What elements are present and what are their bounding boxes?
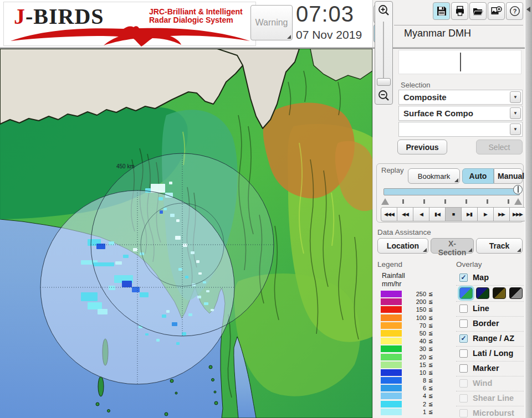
replay-slider-handle[interactable] [513, 185, 523, 194]
legend-value: 15 [403, 361, 426, 369]
manual-button[interactable]: Manual [494, 168, 523, 184]
rain-echo [178, 268, 182, 271]
next-frame-button[interactable]: ▶▮ [462, 207, 478, 221]
legend-unit-symbol: ≦ [428, 298, 433, 306]
range-start-marker[interactable] [381, 198, 389, 205]
legend-title-line2: mm/hr [382, 280, 401, 288]
overlay-item-lati-long[interactable]: Lati / Long [456, 347, 524, 362]
station-name: Myanmar DMH [404, 28, 471, 39]
logo-subtitle: JRC-Brilliant & Intelligent Radar Dialog… [149, 8, 243, 24]
legend-row: 40≦ [381, 337, 447, 345]
legend-unit-symbol: ≦ [428, 329, 433, 337]
location-button[interactable]: Location [377, 238, 428, 254]
checkbox[interactable] [459, 364, 468, 373]
product-dropdown-1-value: Composite [403, 92, 447, 102]
legend-value: 250 [403, 290, 426, 298]
legend-unit-symbol: ≦ [428, 345, 433, 353]
bookmark-button[interactable]: Bookmark [408, 168, 460, 184]
overlay-item-range-az[interactable]: ✓Range / AZ [456, 332, 524, 347]
slider-tick [487, 199, 488, 204]
slider-tick [423, 199, 425, 204]
overlay-item-map[interactable]: ✓Map [456, 271, 524, 286]
playback-controls: ◀◀◀◀◀◀▮◀■▶▮▶▶▶▶▶▶ [381, 207, 526, 221]
logo-title: J-BIRDS [14, 6, 104, 28]
checkbox[interactable]: ✓ [459, 273, 468, 282]
zoom-in-button[interactable] [376, 2, 392, 18]
auto-button[interactable]: Auto [462, 168, 494, 184]
zoom-out-button[interactable] [376, 87, 392, 104]
save-icon[interactable] [433, 2, 450, 20]
previous-button[interactable]: Previous [397, 140, 447, 154]
overlay-item-line[interactable]: Line [456, 302, 524, 317]
map-style-swatch-4[interactable] [509, 287, 523, 299]
product-dropdown-2[interactable]: Surface R Compo ▼ [398, 106, 523, 121]
rain-echo [211, 309, 214, 311]
fast-forward-button[interactable]: ▶▶ [494, 207, 510, 221]
rain-echo [93, 262, 114, 266]
legend-row: 250≦ [381, 290, 447, 298]
map-style-swatch-3[interactable] [493, 287, 506, 299]
rain-echo [166, 310, 170, 313]
overlay-label: Overlay [456, 260, 482, 269]
selection-input[interactable] [398, 50, 521, 74]
legend-unit-symbol: ≦ [428, 408, 433, 416]
legend-unit-symbol: ≦ [428, 400, 433, 408]
select-button[interactable]: Select [476, 140, 523, 154]
warning-button[interactable]: Warning [250, 5, 293, 40]
rain-echo [122, 281, 132, 287]
replay-group: Replay Bookmark Auto Manual ◀◀◀◀◀◀▮◀■▶▮▶… [376, 163, 524, 223]
open-folder-icon[interactable] [469, 2, 487, 20]
map-style-swatch-2[interactable] [476, 287, 489, 299]
fast-rewind-button[interactable]: ◀◀◀ [381, 207, 397, 221]
legend-value: 40 [403, 337, 426, 345]
control-panel: UTC MMT ? Myanmar DMH Selection Composit… [372, 0, 525, 418]
help-icon[interactable]: ? [506, 2, 523, 20]
zoom-slider-track[interactable] [383, 22, 384, 84]
step-back-button[interactable]: ◀ [413, 207, 429, 221]
stop-button[interactable]: ■ [446, 207, 462, 221]
checkbox[interactable]: ✓ [459, 334, 468, 343]
fastest-forward-button[interactable]: ▶▶▶ [510, 207, 526, 221]
legend-unit-symbol: ≦ [428, 369, 433, 376]
overlay-item-label: Wind [473, 379, 492, 388]
checkbox[interactable] [459, 319, 468, 328]
checkbox[interactable] [459, 305, 468, 313]
product-dropdown-3[interactable]: ▼ [398, 122, 523, 137]
export-image-icon[interactable] [488, 2, 505, 20]
product-dropdown-1[interactable]: Composite ▼ [398, 90, 523, 105]
range-end-marker[interactable] [514, 198, 522, 205]
rain-echo [183, 244, 187, 247]
overlay-item-label: Shear Line [473, 394, 514, 402]
rewind-button[interactable]: ◀◀ [397, 207, 413, 221]
replay-slider-track[interactable] [383, 188, 520, 195]
rain-echo [163, 208, 167, 210]
chevron-down-icon[interactable]: ▼ [510, 123, 521, 135]
chevron-down-icon[interactable]: ▼ [510, 107, 521, 119]
radar-map[interactable]: 450 km [0, 49, 372, 418]
legend-color-swatch [381, 369, 402, 376]
legend-row: 100≦ [381, 314, 447, 322]
selection-label: Selection [401, 81, 430, 89]
zoom-slider-handle[interactable] [377, 78, 391, 86]
xsection-button[interactable]: X-Section [431, 238, 474, 254]
legend-color-swatch [381, 385, 402, 391]
panel-collapse-strip[interactable] [525, 0, 532, 418]
prev-frame-button[interactable]: ▮◀ [429, 207, 446, 221]
legend-row: 6≦ [381, 384, 447, 392]
track-button[interactable]: Track [476, 238, 523, 254]
rain-echo [140, 292, 149, 297]
legend-row: 4≦ [381, 392, 447, 400]
rain-echo [169, 182, 172, 184]
play-button[interactable]: ▶ [478, 207, 494, 221]
checkbox[interactable] [459, 349, 468, 358]
print-icon[interactable] [451, 2, 468, 20]
map-style-swatch-1[interactable] [459, 287, 473, 299]
map-canvas: 450 km [0, 49, 372, 418]
overlay-item-marker[interactable]: Marker [456, 362, 524, 376]
overlay-item-border[interactable]: Border [456, 317, 524, 332]
svg-text:?: ? [513, 8, 516, 14]
panel-separator [394, 25, 523, 25]
legend-row: 70≦ [381, 322, 447, 329]
overlay-item-shear-line: Shear Line [456, 391, 524, 406]
chevron-down-icon[interactable]: ▼ [510, 91, 521, 103]
